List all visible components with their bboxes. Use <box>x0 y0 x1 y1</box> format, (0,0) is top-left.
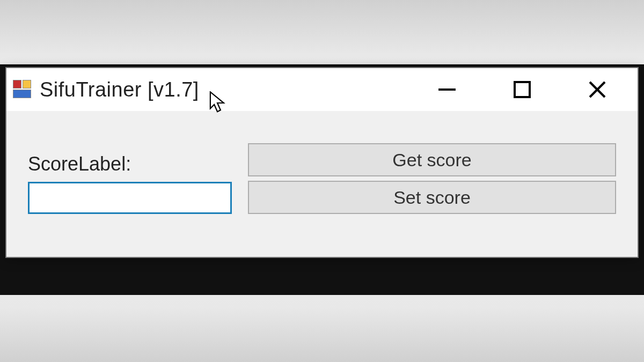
score-group: ScoreLabel: <box>28 153 232 214</box>
button-group: Get score Set score <box>248 143 616 214</box>
app-window: SifuTrainer [v1.7] ScoreLabel: <box>5 67 639 258</box>
minimize-button[interactable] <box>434 76 460 103</box>
score-input[interactable] <box>28 182 232 214</box>
close-button[interactable] <box>584 76 611 103</box>
set-score-button[interactable]: Set score <box>248 181 616 214</box>
maximize-icon <box>511 79 533 100</box>
app-icon <box>12 79 33 100</box>
minimize-icon <box>436 79 458 100</box>
score-label: ScoreLabel: <box>28 153 232 175</box>
close-icon <box>587 79 608 100</box>
maximize-button[interactable] <box>509 76 536 103</box>
get-score-button[interactable]: Get score <box>248 143 616 176</box>
svg-rect-1 <box>515 82 530 97</box>
titlebar[interactable]: SifuTrainer [v1.7] <box>6 68 638 111</box>
window-title: SifuTrainer [v1.7] <box>40 78 434 101</box>
window-controls <box>434 76 611 103</box>
client-area: ScoreLabel: Get score Set score <box>6 111 638 257</box>
